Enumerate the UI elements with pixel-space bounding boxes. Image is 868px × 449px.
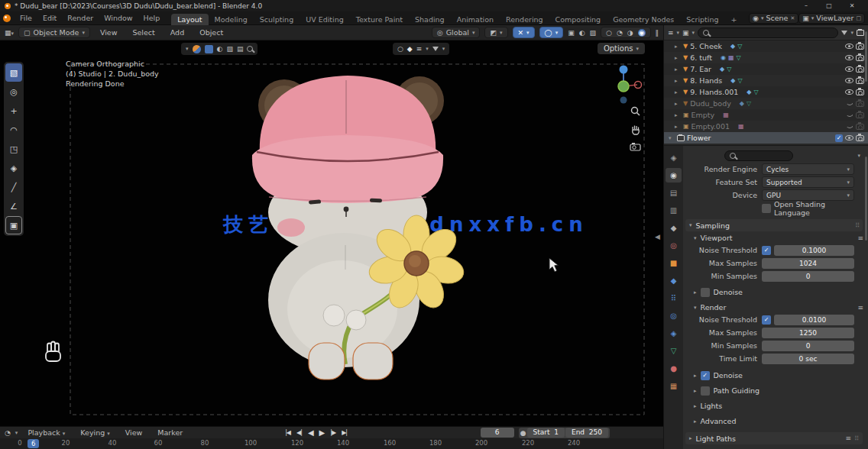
material-preview-ball-icon[interactable] [193, 45, 201, 53]
menu-edit[interactable]: Edit [37, 13, 62, 23]
r-max-samples-field[interactable]: 1250 [762, 328, 854, 338]
keying-menu[interactable]: Keying ▾ [75, 428, 115, 438]
tab-view-layer-icon[interactable]: ▥ [666, 203, 682, 218]
sampling-panel-header[interactable]: ▾Sampling ⠿ [685, 219, 863, 231]
tab-object-icon[interactable]: ■ [666, 256, 682, 270]
drag-grip-icon[interactable]: ⠿ [854, 435, 859, 442]
disable-render-icon[interactable] [856, 112, 864, 118]
snap-toggle[interactable]: ✕▾ [513, 27, 535, 38]
expand-icon[interactable]: ▸ [675, 112, 681, 118]
expand-icon[interactable]: ▸ [675, 44, 681, 50]
hide-viewport-icon[interactable] [845, 78, 853, 83]
osl-checkbox[interactable]: ✓ [762, 204, 771, 213]
menu-render[interactable]: Render [62, 13, 99, 23]
menu-select[interactable]: Select [127, 27, 160, 37]
navigation-gizmo[interactable] [607, 60, 643, 105]
zoom-icon[interactable] [630, 106, 641, 117]
disable-render-icon[interactable] [856, 135, 864, 141]
timeline-view-menu[interactable]: View [120, 428, 148, 438]
tab-modifiers-icon[interactable]: ◆ [666, 273, 682, 288]
collapse-icon[interactable]: ▾ [669, 135, 675, 141]
close-button[interactable]: ✕ [840, 0, 863, 11]
prev-keyframe-button[interactable]: ◀| [294, 429, 304, 436]
cavity-toggle-icon[interactable]: ▨ [226, 45, 233, 53]
tab-output-icon[interactable]: ▤ [666, 186, 682, 200]
tab-sculpting[interactable]: Sculpting [254, 14, 300, 25]
solid-shading-icon[interactable]: ◔ [617, 29, 623, 37]
hide-viewport-icon[interactable] [845, 66, 853, 72]
unlink-scene-icon[interactable]: ✕ [790, 15, 795, 21]
pivot-point-dropdown[interactable]: ◩▾ [484, 27, 507, 38]
playhead-marker[interactable]: 6 [28, 439, 39, 448]
auto-keying-button[interactable]: ● [520, 429, 526, 437]
frame-start-field[interactable]: Start 1 [527, 428, 565, 438]
tab-animation[interactable]: Animation [451, 14, 500, 25]
preset-list-icon[interactable]: ≡ [846, 434, 851, 442]
r-denoise-checkbox[interactable]: ✓ [701, 371, 710, 380]
expand-icon[interactable]: ▸ [675, 55, 681, 61]
hide-viewport-icon[interactable] [845, 44, 853, 49]
properties-options-chevron[interactable]: ▾ [858, 153, 861, 159]
tab-world-icon[interactable]: ◎ [666, 238, 682, 253]
hidden-viewport-icon[interactable] [846, 124, 853, 128]
marker-flag-icon[interactable]: ◆ [407, 45, 413, 53]
outliner-row-empty[interactable]: ▸▣ Empty ▦ [664, 109, 868, 121]
expand-icon[interactable]: ▸ [675, 66, 681, 73]
expand-icon[interactable]: ▸ [675, 89, 681, 95]
proportional-edit-toggle[interactable]: ◯▾ [539, 27, 564, 38]
viewport-subpanel-header[interactable]: ▾Viewport ≡ [694, 232, 863, 244]
search-icon[interactable] [247, 46, 253, 52]
object-label[interactable]: 9. Hands.001 [690, 88, 738, 96]
outliner-row-flower-collection[interactable]: ▾ Flower ✓ [664, 132, 868, 144]
object-label[interactable]: 6. tuft [690, 53, 712, 62]
rendered-shading-icon[interactable]: ◉ [638, 29, 646, 37]
properties-scrollbar[interactable] [865, 157, 867, 241]
minimize-button[interactable]: – [795, 0, 818, 11]
new-collection-icon[interactable] [857, 30, 864, 36]
menu-help[interactable]: Help [138, 13, 166, 23]
marker-menu[interactable]: Marker [152, 428, 188, 438]
transform-tool[interactable]: ◈ [5, 159, 22, 177]
playback-menu[interactable]: Playback ▾ [22, 428, 70, 438]
vp-noise-checkbox[interactable]: ✓ [762, 246, 771, 255]
disable-render-icon[interactable] [856, 89, 864, 95]
scale-tool[interactable]: ◳ [5, 140, 22, 158]
filter-funnel-icon[interactable] [432, 47, 439, 51]
tab-texture-icon[interactable]: ▦ [666, 379, 682, 393]
add-cube-tool[interactable]: ▣ [5, 216, 22, 234]
object-label[interactable]: 7. Ear [690, 65, 711, 73]
render-pass-icon[interactable]: ▤ [237, 45, 244, 53]
expand-icon[interactable]: ▸ [675, 124, 681, 130]
outliner-row-empty-001[interactable]: ▸▣ Empty.001 ▦ [664, 121, 868, 132]
frame-end-field[interactable]: End 250 [565, 428, 608, 438]
quick-favorites-glove-icon[interactable] [40, 340, 66, 366]
object-label[interactable]: Empty [691, 111, 715, 119]
show-gizmo-icon[interactable]: ▣ [568, 29, 575, 37]
menu-file[interactable]: File [15, 13, 37, 23]
hide-viewport-icon[interactable] [845, 89, 853, 95]
tab-constraints-icon[interactable]: ◈ [666, 326, 682, 341]
tab-physics-icon[interactable]: ◎ [666, 308, 682, 323]
preset-list-icon[interactable]: ≡ [857, 234, 863, 242]
overlays-icon[interactable]: ◐ [579, 29, 585, 37]
outliner-display-mode-icon[interactable]: ≡ [668, 29, 674, 37]
tab-tool-icon[interactable]: ◈ [666, 150, 682, 165]
path-guiding-checkbox[interactable]: ✓ [701, 386, 710, 396]
path-guiding-subpanel[interactable]: ▸✓ Path Guiding [694, 385, 863, 396]
view-layer-selector[interactable]: ▣▾ ViewLayer □ [798, 13, 865, 24]
r-denoise-subpanel[interactable]: ▸✓ Denoise [694, 370, 863, 381]
object-label[interactable]: 5. Cheek [690, 42, 722, 50]
collection-label[interactable]: Flower [687, 134, 711, 142]
hidden-viewport-icon[interactable] [846, 102, 853, 105]
r-min-samples-field[interactable]: 0 [762, 341, 854, 351]
outliner-filter-icon[interactable] [841, 31, 847, 35]
tab-particles-icon[interactable]: ⠿ [666, 291, 682, 305]
tab-render-icon[interactable]: ◉ [666, 168, 682, 183]
feature-set-dropdown[interactable]: Supported▾ [762, 176, 854, 188]
outliner-scrollbar[interactable] [865, 31, 867, 82]
lights-subpanel[interactable]: ▸Lights [694, 400, 863, 412]
vp-denoise-subpanel[interactable]: ▸✓ Denoise [694, 286, 863, 298]
tab-compositing[interactable]: Compositing [549, 14, 607, 25]
cursor-tool[interactable]: ◎ [5, 82, 22, 101]
disable-render-icon[interactable] [856, 101, 864, 107]
